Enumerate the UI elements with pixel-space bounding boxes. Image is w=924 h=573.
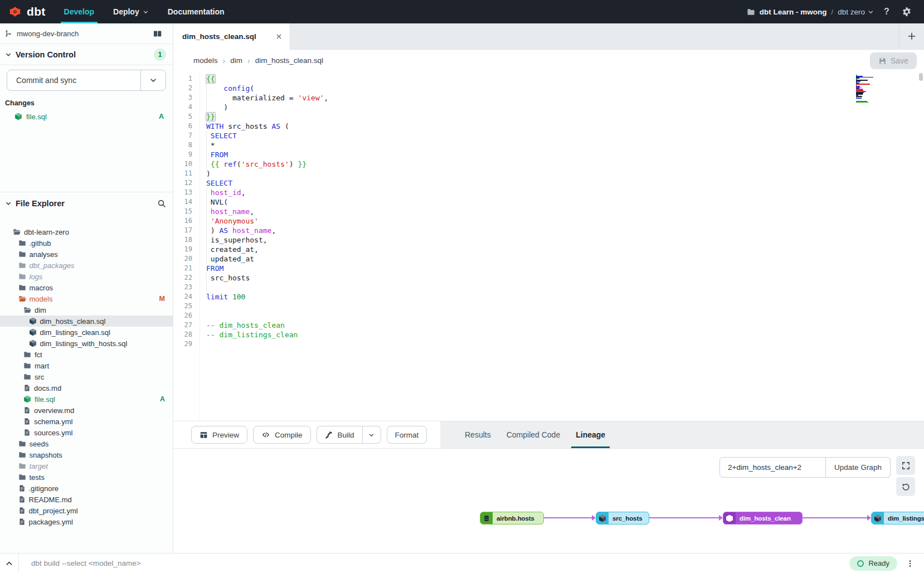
tree-item-README.md[interactable]: README.md	[0, 494, 173, 505]
editor-tab[interactable]: dim_hosts_clean.sql	[173, 23, 290, 50]
nav-item-develop[interactable]: Develop	[55, 0, 104, 23]
new-tab-plus-icon[interactable]	[899, 32, 924, 41]
lineage-node-airbnb.hosts[interactable]: airbnb.hosts	[480, 512, 544, 525]
tree-item-snapshots[interactable]: snapshots	[0, 449, 173, 460]
file-explorer-header[interactable]: File Explorer	[0, 192, 173, 214]
chevron-up-icon[interactable]	[0, 553, 18, 573]
tree-item-analyses[interactable]: analyses	[0, 249, 173, 260]
update-graph-button[interactable]: Update Graph	[826, 457, 891, 478]
tree-item-label: macros	[30, 284, 54, 292]
tree-item-.github[interactable]: .github	[0, 237, 173, 249]
node-label: airbnb.hosts	[493, 512, 539, 524]
preview-button[interactable]: Preview	[191, 426, 247, 444]
tab-lineage[interactable]: Lineage	[568, 421, 613, 448]
lineage-node-dim_listings_with_hosts[interactable]: dim_listings_with_hosts	[871, 512, 924, 525]
folder-icon	[18, 473, 26, 481]
code-line-17: ) AS host_name,	[206, 226, 924, 235]
tree-item-label: README.md	[29, 496, 72, 504]
nav-item-label: Develop	[64, 7, 94, 16]
tree-item-label: logs	[30, 273, 43, 281]
build-options-chevron[interactable]	[362, 426, 381, 444]
tree-item-models[interactable]: modelsM	[0, 293, 173, 304]
tree-item-sources.yml[interactable]: sources.yml	[0, 427, 173, 438]
tree-item-label: .github	[30, 239, 51, 247]
lineage-node-src_hosts[interactable]: src_hosts	[596, 512, 649, 525]
file-icon	[23, 406, 31, 414]
tree-item-schema.yml[interactable]: schema.yml	[0, 416, 173, 427]
split-panels-icon[interactable]	[153, 30, 162, 38]
tree-item-dim_hosts_clean.sql[interactable]: dim_hosts_clean.sql	[0, 315, 173, 327]
branch-row: mwong-dev-branch	[0, 23, 173, 44]
tree-item-label: analyses	[30, 250, 58, 259]
tree-item-packages.yml[interactable]: packages.yml	[0, 516, 173, 527]
settings-gear-icon[interactable]	[899, 4, 914, 19]
tree-item-file.sql[interactable]: file.sqlA	[0, 394, 173, 405]
tree-item-mart[interactable]: mart	[0, 360, 173, 371]
code-line-3: materialized = 'view',	[206, 93, 924, 103]
dbt-command-input[interactable]	[18, 553, 849, 573]
button-label: Preview	[212, 431, 239, 439]
tree-item-overview.md[interactable]: overview.md	[0, 405, 173, 416]
kebab-menu-icon[interactable]	[902, 559, 918, 568]
reset-view-icon[interactable]	[896, 477, 915, 496]
model-cube-icon	[14, 113, 22, 120]
format-button[interactable]: Format	[387, 426, 427, 444]
edge-arrowhead-icon	[867, 515, 871, 521]
version-control-header[interactable]: Version Control 1	[0, 44, 173, 65]
code-line-11: )	[206, 169, 924, 178]
tree-item-dim[interactable]: dim	[0, 304, 173, 315]
tree-item-logs[interactable]: logs	[0, 271, 173, 282]
node-label: src_hosts	[609, 512, 646, 524]
tree-item-dim_listings_clean.sql[interactable]: dim_listings_clean.sql	[0, 327, 173, 338]
dbt-logo-text: dbt	[27, 5, 46, 18]
chevron-down-icon	[5, 200, 12, 207]
minimap[interactable]	[856, 75, 875, 104]
tree-item-docs.md[interactable]: docs.md	[0, 382, 173, 394]
tree-item-label: .gitignore	[29, 484, 59, 493]
tree-item-src[interactable]: src	[0, 371, 173, 382]
save-button[interactable]: Save	[870, 52, 917, 69]
tree-item-dbt_packages[interactable]: dbt_packages	[0, 260, 173, 271]
code-line-16: 'Anonymous'	[206, 216, 924, 226]
source-database-icon	[480, 512, 493, 524]
help-icon[interactable]: ?	[879, 4, 894, 19]
sidebar: mwong-dev-branch Version Control 1 Commi…	[0, 23, 173, 553]
code-line-22: src_hosts	[206, 273, 924, 283]
tree-item-dbt_project.yml[interactable]: dbt_project.yml	[0, 505, 173, 516]
nav-item-documentation[interactable]: Documentation	[158, 0, 234, 23]
file-icon	[18, 518, 26, 526]
compile-button[interactable]: Compile	[253, 426, 311, 444]
tree-item-macros[interactable]: macros	[0, 282, 173, 293]
tab-results[interactable]: Results	[457, 421, 499, 448]
commit-and-sync-button[interactable]: Commit and sync	[7, 70, 166, 91]
lineage-node-dim_hosts_clean[interactable]: dim_hosts_clean	[723, 512, 803, 525]
tab-compiled-code[interactable]: Compiled Code	[499, 421, 568, 448]
editor-scrollbar-thumb[interactable]	[919, 73, 923, 81]
tree-item-tests[interactable]: tests	[0, 472, 173, 483]
nav-item-label: Documentation	[168, 7, 225, 16]
tree-item-.gitignore[interactable]: .gitignore	[0, 483, 173, 494]
commit-options-chevron[interactable]	[140, 70, 166, 90]
status-badge[interactable]: Ready	[849, 556, 897, 571]
folder-icon	[18, 273, 26, 280]
tree-item-fct[interactable]: fct	[0, 349, 173, 360]
fullscreen-icon[interactable]	[896, 456, 915, 475]
tree-item-target[interactable]: target	[0, 460, 173, 472]
nav-item-deploy[interactable]: Deploy	[104, 0, 158, 23]
node-label: dim_listings_with_hosts	[884, 512, 924, 524]
build-button[interactable]: Build	[317, 426, 362, 444]
lineage-selector-input[interactable]	[719, 457, 826, 478]
breadcrumb: models›dim›dim_hosts_clean.sql	[193, 56, 323, 65]
close-tab-icon[interactable]	[275, 33, 283, 40]
tree-item-dim_listings_with_hosts.sql[interactable]: dim_listings_with_hosts.sql	[0, 338, 173, 349]
tree-item-dbt-learn-zero[interactable]: dbt-learn-zero	[0, 226, 173, 237]
code-line-7: SELECT	[206, 131, 924, 140]
changed-file-row[interactable]: file.sqlA	[0, 110, 173, 123]
dbt-logo-icon	[8, 4, 22, 19]
tree-item-seeds[interactable]: seeds	[0, 438, 173, 449]
code-line-24: limit 100	[206, 292, 924, 302]
code-editor[interactable]: 1234567891011121314151617181920212223242…	[173, 71, 924, 421]
project-switcher[interactable]: dbt Learn - mwong / dbt zero	[747, 8, 874, 16]
search-icon[interactable]	[157, 199, 166, 208]
tree-item-label: sources.yml	[34, 429, 72, 437]
